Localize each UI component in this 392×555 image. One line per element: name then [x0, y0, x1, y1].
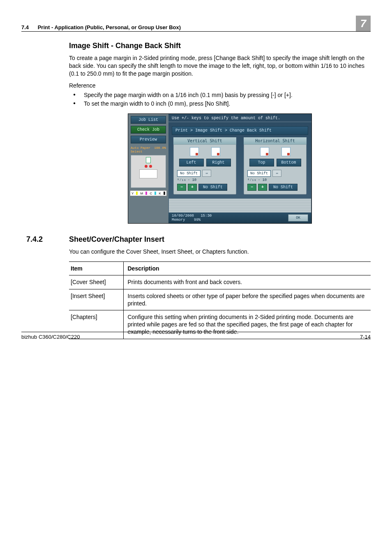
- toner-levels: Y M C K: [130, 190, 167, 196]
- horiz-noshift-button[interactable]: No Shift: [269, 184, 297, 191]
- section-742-heading: Sheet/Cover/Chapter Insert: [69, 235, 371, 244]
- horiz-fraction: ¹⁄₁₆: [247, 178, 256, 182]
- header-section-number: 7.4: [21, 24, 29, 30]
- footer-right: 7-14: [360, 334, 371, 340]
- header-left: 7.4 Print - Application (Public, Persona…: [21, 24, 181, 30]
- header-section-title: Print - Application (Public, Personal, o…: [38, 24, 181, 30]
- vertical-shift-head: Vertical Shift: [173, 137, 236, 145]
- shift-right-icon: [211, 147, 220, 156]
- job-list-button[interactable]: Job List: [131, 116, 166, 124]
- chapter-tab: 7: [356, 16, 371, 31]
- image-shift-heading: Image Shift - Change Back Shift: [69, 42, 371, 50]
- horiz-range: - 10: [258, 178, 267, 182]
- vertical-shift-group: Vertical Shift Left Right No Shift ⇔: [173, 137, 236, 194]
- horiz-noshift-display: No Shift: [247, 170, 271, 177]
- preview-thumbnail: [131, 155, 166, 188]
- top-button[interactable]: Top: [249, 159, 274, 166]
- vert-noshift-button[interactable]: No Shift: [198, 184, 227, 191]
- section-742: 7.4.2 Sheet/Cover/Chapter Insert You can…: [21, 235, 371, 339]
- horizontal-icons: [244, 147, 306, 156]
- toner-m-bar: [145, 192, 147, 195]
- panel-footer: 10/09/2008 15:30 Memory 99% OK: [168, 213, 311, 223]
- vert-range: - 10: [188, 178, 197, 182]
- swap-icon[interactable]: ⇔: [202, 170, 211, 177]
- plus-button[interactable]: +: [188, 184, 197, 191]
- reference-item: To set the margin width to 0 inch (0 mm)…: [69, 100, 371, 108]
- breadcrumb: Print > Image Shift > Change Back Shift: [172, 126, 308, 135]
- table-row: [Insert Sheet] Inserts colored sheets or…: [69, 289, 371, 310]
- footer-date: 10/09/2008: [172, 214, 194, 218]
- toner-c-bar: [154, 192, 156, 195]
- image-shift-paragraph: To create a page margin in 2-Sided print…: [69, 54, 371, 78]
- footer-info: 10/09/2008 15:30 Memory 99%: [172, 214, 212, 222]
- cell-item: [Insert Sheet]: [69, 289, 123, 310]
- horizontal-shift-head: Horizontal Shift: [244, 137, 307, 145]
- footer-memory-value: 99%: [194, 218, 201, 222]
- th-description: Description: [123, 262, 371, 275]
- image-shift-section: Image Shift - Change Back Shift To creat…: [21, 32, 371, 224]
- item-table: Item Description [Cover Sheet] Prints do…: [69, 261, 371, 339]
- vertical-icons: [174, 147, 236, 156]
- preview-button[interactable]: Preview: [131, 136, 166, 143]
- plus-button[interactable]: +: [258, 184, 267, 191]
- footer-memory-label: Memory: [172, 218, 185, 222]
- panel-right-column: Use +/- keys to specify the amount of sh…: [168, 114, 311, 223]
- toner-m-label: M: [141, 192, 143, 195]
- check-job-button[interactable]: Check Job: [131, 126, 166, 134]
- shift-bottom-icon: [281, 147, 291, 156]
- shift-top-icon: [260, 147, 269, 156]
- table-row: [Cover Sheet] Prints documents with fron…: [69, 275, 371, 289]
- section-742-intro: You can configure the Cover Sheet, Inser…: [69, 248, 371, 256]
- status-zoom: 100.0%: [154, 146, 166, 153]
- section-742-number: 7.4.2: [21, 235, 69, 339]
- preview-status: Auto Paper Select 100.0%: [129, 146, 168, 153]
- vert-noshift-display: No Shift: [177, 170, 201, 177]
- dot-icon: [145, 165, 148, 168]
- swap-icon[interactable]: ⇔: [272, 170, 281, 177]
- toner-y-bar: [136, 192, 138, 195]
- horizontal-shift-group: Horizontal Shift Top Bottom No Shift ⇔: [244, 137, 307, 194]
- minus-button[interactable]: −: [177, 184, 186, 191]
- footer-left: bizhub C360/C280/C220: [21, 334, 80, 340]
- mfp-panel: Job List Check Job Preview Auto Paper Se…: [128, 113, 312, 224]
- toner-y-label: Y: [131, 192, 134, 195]
- footer-time: 15:30: [201, 214, 212, 218]
- page-header: 7.4 Print - Application (Public, Persona…: [21, 16, 371, 32]
- sheet-thumb-icon: [139, 169, 157, 178]
- shift-columns: Vertical Shift Left Right No Shift ⇔: [168, 135, 311, 199]
- ok-button[interactable]: OK: [288, 214, 308, 222]
- panel-left-column: Job List Check Job Preview Auto Paper Se…: [128, 114, 168, 223]
- minus-button[interactable]: −: [247, 184, 256, 191]
- cell-desc: Prints documents with front and back cov…: [123, 275, 371, 289]
- panel-spacer: [169, 199, 311, 213]
- reference-label: Reference: [69, 82, 371, 90]
- bottom-button[interactable]: Bottom: [277, 159, 301, 166]
- right-button[interactable]: Right: [206, 159, 231, 166]
- shift-left-icon: [190, 147, 199, 156]
- toner-k-label: K: [159, 192, 161, 195]
- cell-desc: Inserts colored sheets or other type of …: [123, 289, 371, 310]
- reference-item: Specify the page margin width on a 1/16 …: [69, 91, 371, 99]
- cell-item: [Cover Sheet]: [69, 275, 123, 289]
- panel-instruction: Use +/- keys to specify the amount of sh…: [168, 114, 311, 122]
- th-item: Item: [69, 262, 123, 275]
- page-footer: bizhub C360/C280/C220 7-14: [21, 332, 371, 340]
- toner-k-bar: [164, 192, 165, 195]
- reference-list: Specify the page margin width on a 1/16 …: [69, 91, 371, 108]
- status-auto-paper: Auto Paper Select: [131, 146, 154, 153]
- left-button[interactable]: Left: [179, 159, 204, 166]
- toner-c-label: C: [150, 192, 152, 195]
- dot-icon: [149, 165, 152, 168]
- vert-fraction: ¹⁄₁₆: [177, 178, 186, 182]
- page-thumb-icon: [146, 157, 151, 163]
